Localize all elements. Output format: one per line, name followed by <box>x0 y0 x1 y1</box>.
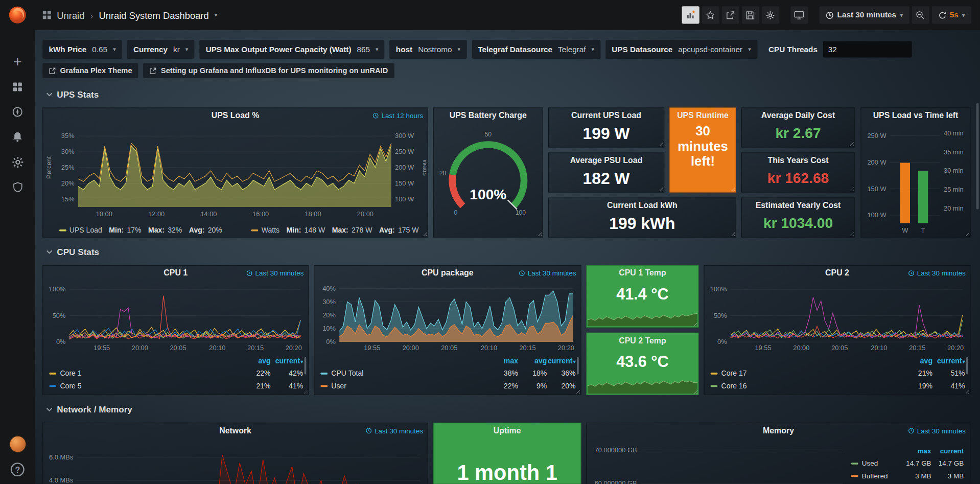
user-avatar[interactable] <box>9 436 26 453</box>
sidebar-configuration-button[interactable] <box>0 149 35 174</box>
legend-item[interactable]: UPS Load Min:17% Max:32% Avg:20% <box>59 226 222 234</box>
panel-resize-handle[interactable] <box>729 186 735 191</box>
ups-load-chart[interactable]: 15%20%25%30%35%100 W150 W200 W250 W300 W… <box>44 123 426 218</box>
panel-title[interactable]: UPS Load vs Time left <box>861 108 970 123</box>
panel-average-daily-cost: Average Daily Cost kr 2.67 <box>741 107 855 147</box>
legend-item[interactable]: Watts Min:148 W Max:278 W Avg:175 W <box>251 226 418 234</box>
chevron-down-icon <box>46 407 53 412</box>
legend-scrollbar[interactable] <box>577 357 579 374</box>
panel-title[interactable]: This Years Cost <box>742 153 854 168</box>
sidebar-alerting-button[interactable] <box>0 124 35 149</box>
svg-text:70.000000 GB: 70.000000 GB <box>595 446 637 454</box>
main-scrollbar[interactable] <box>976 103 979 210</box>
legend-series-name[interactable]: Core 17 <box>711 370 900 377</box>
svg-text:0%: 0% <box>56 338 66 345</box>
panel-title[interactable]: UPS Load % <box>43 108 427 123</box>
star-dashboard-button[interactable] <box>702 6 719 24</box>
legend-series-name[interactable]: Core 1 <box>50 370 238 377</box>
row-header-network-memory[interactable]: Network / Memory <box>46 404 132 414</box>
legend-series-name[interactable]: CPU Total <box>321 370 489 377</box>
add-panel-button[interactable] <box>682 6 699 24</box>
dashboard-settings-button[interactable] <box>762 6 779 24</box>
variable-value: Telegraf <box>558 45 586 54</box>
row-header-ups-stats[interactable]: UPS Stats <box>46 89 99 100</box>
legend-series-name[interactable]: Used <box>851 459 899 467</box>
refresh-picker[interactable]: 5s ▾ <box>931 6 971 24</box>
variable-host[interactable]: host Nostromo ▾ <box>390 40 467 59</box>
legend-series-name[interactable]: Buffered <box>851 472 899 480</box>
variable-currency[interactable]: Currency kr ▾ <box>127 40 195 59</box>
clock-icon <box>908 270 915 276</box>
variable-telegraf-datasource[interactable]: Telegraf Datasource Telegraf ▾ <box>472 40 600 59</box>
legend-value: 3 MB <box>931 472 964 480</box>
legend-series-name[interactable]: Core 16 <box>711 382 900 389</box>
panel-title[interactable]: Current Load kWh <box>549 198 736 213</box>
save-dashboard-button[interactable] <box>741 6 759 24</box>
legend-value: 38% <box>489 370 518 377</box>
cpu-threads-input[interactable] <box>823 41 912 58</box>
panel-resize-handle[interactable] <box>421 231 427 236</box>
memory-chart[interactable]: 50.000000 GB60.000000 GB70.000000 GB <box>588 438 848 483</box>
panel-title[interactable]: Uptime <box>434 423 580 438</box>
dashboard-link-ups-monitoring-guide[interactable]: Setting up Grafana and InfluxDB for UPS … <box>144 63 394 78</box>
legend-value: 9% <box>518 382 547 389</box>
explore-compass-icon <box>12 106 23 118</box>
panel-title[interactable]: CPU 1 Temp <box>587 266 698 281</box>
panel-title[interactable]: CPU 2 Temp <box>587 333 698 348</box>
svg-text:20:15: 20:15 <box>519 344 535 352</box>
row-header-cpu-stats[interactable]: CPU Stats <box>46 247 100 257</box>
chevron-down-icon: ▾ <box>376 47 379 53</box>
legend-header-avg[interactable]: avg <box>518 357 547 364</box>
legend-value: 21% <box>238 382 271 389</box>
legend-header-current[interactable]: current▾ <box>271 357 304 364</box>
breadcrumb: Unraid › Unraid System Dashboard ▾ <box>42 10 217 20</box>
sidebar-explore-button[interactable] <box>0 99 35 124</box>
variable-ups-datasource[interactable]: UPS Datasource apcupsd-container ▾ <box>605 40 757 59</box>
panel-title[interactable]: UPS Battery Charge <box>434 108 543 123</box>
legend-header-max[interactable]: max <box>899 447 931 455</box>
legend-scrollbar[interactable] <box>305 357 307 374</box>
legend-series-name[interactable]: User <box>321 382 489 389</box>
help-icon[interactable]: ? <box>11 463 25 476</box>
breadcrumb-root[interactable]: Unraid <box>57 10 84 20</box>
zoom-out-button[interactable] <box>912 6 929 24</box>
svg-text:100 W: 100 W <box>867 211 886 219</box>
panel-title[interactable]: UPS Runtime <box>670 108 735 123</box>
share-dashboard-button[interactable] <box>721 6 739 24</box>
legend-header-current[interactable]: current▾ <box>932 357 965 364</box>
cpu2-chart[interactable]: 0%50%100%19:5520:0020:0520:1020:1520:20 <box>706 281 969 352</box>
dashboard-link-grafana-plex-theme[interactable]: Grafana Plex Theme <box>42 63 138 78</box>
cycle-view-button[interactable] <box>790 6 808 24</box>
cpu-package-chart[interactable]: 0%10%20%30%40%19:5520:0020:0520:1020:152… <box>316 281 579 352</box>
legend-header-current[interactable]: current <box>931 447 964 455</box>
sidebar-admin-button[interactable] <box>0 174 35 199</box>
svg-text:60.000000 GB: 60.000000 GB <box>595 479 637 484</box>
time-range-picker[interactable]: Last 30 minutes ▾ <box>819 6 909 24</box>
chevron-down-icon[interactable]: ▾ <box>215 12 218 18</box>
legend-header-current[interactable]: current▾ <box>547 357 575 364</box>
panel-title[interactable]: Estimated Yearly Cost <box>742 198 854 213</box>
sidebar-create-button[interactable]: + <box>0 50 35 75</box>
cpu1-chart[interactable]: 0%50%100%19:5520:0020:0520:1020:1520:20 <box>44 281 307 352</box>
variable-ups-max-output[interactable]: UPS Max Output Power Capacity (Watt) 865… <box>199 40 384 59</box>
chevron-down-icon: ▾ <box>748 47 751 53</box>
legend-header-avg[interactable]: avg <box>238 357 271 364</box>
variable-kwh-price[interactable]: kWh Price 0.65 ▾ <box>42 40 122 59</box>
panel-title[interactable]: Current UPS Load <box>549 108 664 123</box>
legend-scrollbar[interactable] <box>966 357 968 374</box>
panel-title[interactable]: Average Daily Cost <box>742 108 854 123</box>
legend-header-max[interactable]: max <box>489 357 518 364</box>
sidebar-dashboards-button[interactable] <box>0 75 35 100</box>
legend-header-row: max avg current▾ <box>321 355 576 367</box>
legend-marker <box>321 385 328 387</box>
panel-title[interactable]: Average PSU Load <box>549 153 664 168</box>
ups-load-vs-time-chart[interactable]: 100 W150 W200 W250 W20 min25 min30 min35… <box>861 123 970 235</box>
network-chart[interactable]: 2.0 MBs4.0 MBs6.0 MBs <box>44 438 426 483</box>
dashboard-title[interactable]: Unraid System Dashboard <box>99 10 208 20</box>
grafana-logo[interactable] <box>7 5 28 26</box>
sort-caret-icon: ▾ <box>963 359 965 364</box>
svg-text:20%: 20% <box>322 311 336 319</box>
legend-series-name[interactable]: Core 5 <box>50 382 238 389</box>
legend-marker <box>321 372 328 374</box>
legend-header-avg[interactable]: avg <box>900 357 932 364</box>
